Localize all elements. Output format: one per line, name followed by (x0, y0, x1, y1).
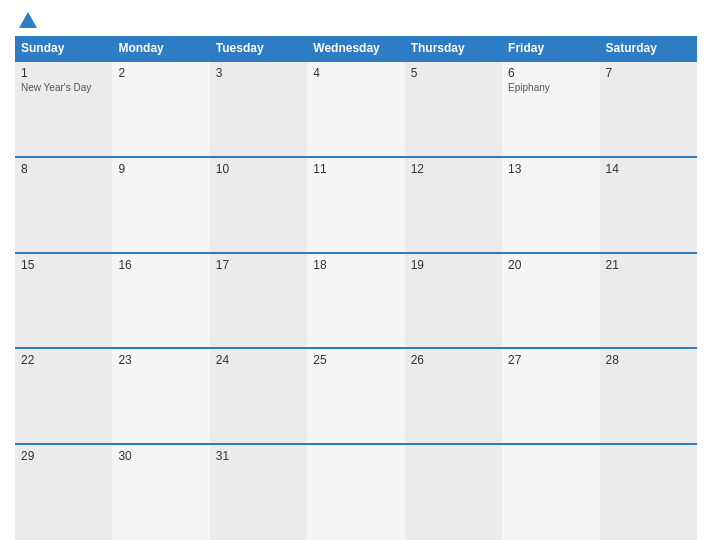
calendar-cell: 4 (307, 61, 404, 157)
day-number: 23 (118, 353, 203, 367)
week-row-3: 15161718192021 (15, 253, 697, 349)
day-number: 18 (313, 258, 398, 272)
weekday-header-sunday: Sunday (15, 36, 112, 61)
calendar-cell: 22 (15, 348, 112, 444)
calendar-cell: 14 (600, 157, 697, 253)
calendar-cell (405, 444, 502, 540)
calendar-cell (307, 444, 404, 540)
week-row-2: 891011121314 (15, 157, 697, 253)
day-number: 3 (216, 66, 301, 80)
day-number: 8 (21, 162, 106, 176)
calendar-cell: 6Epiphany (502, 61, 599, 157)
calendar-cell: 25 (307, 348, 404, 444)
calendar-cell: 24 (210, 348, 307, 444)
svg-marker-0 (19, 12, 37, 28)
day-number: 13 (508, 162, 593, 176)
day-number: 31 (216, 449, 301, 463)
calendar-cell: 29 (15, 444, 112, 540)
calendar-cell: 2 (112, 61, 209, 157)
calendar-cell: 20 (502, 253, 599, 349)
day-number: 17 (216, 258, 301, 272)
calendar-cell: 5 (405, 61, 502, 157)
calendar-cell: 8 (15, 157, 112, 253)
day-number: 12 (411, 162, 496, 176)
calendar-cell: 11 (307, 157, 404, 253)
weekday-header-saturday: Saturday (600, 36, 697, 61)
week-row-4: 22232425262728 (15, 348, 697, 444)
day-number: 5 (411, 66, 496, 80)
day-number: 1 (21, 66, 106, 80)
day-number: 6 (508, 66, 593, 80)
day-number: 9 (118, 162, 203, 176)
calendar-cell: 30 (112, 444, 209, 540)
calendar-cell: 28 (600, 348, 697, 444)
day-number: 28 (606, 353, 691, 367)
calendar-cell: 21 (600, 253, 697, 349)
holiday-label: Epiphany (508, 82, 593, 93)
day-number: 11 (313, 162, 398, 176)
day-number: 30 (118, 449, 203, 463)
calendar-cell: 27 (502, 348, 599, 444)
day-number: 19 (411, 258, 496, 272)
day-number: 20 (508, 258, 593, 272)
calendar-cell: 19 (405, 253, 502, 349)
calendar-cell: 18 (307, 253, 404, 349)
calendar-cell: 9 (112, 157, 209, 253)
calendar-cell: 26 (405, 348, 502, 444)
logo (15, 10, 39, 32)
calendar-header (15, 10, 697, 32)
calendar-cell: 17 (210, 253, 307, 349)
week-row-5: 293031 (15, 444, 697, 540)
calendar-cell: 23 (112, 348, 209, 444)
day-number: 15 (21, 258, 106, 272)
day-number: 2 (118, 66, 203, 80)
day-number: 25 (313, 353, 398, 367)
weekday-header-friday: Friday (502, 36, 599, 61)
calendar-cell: 31 (210, 444, 307, 540)
calendar-cell (600, 444, 697, 540)
weekday-header-wednesday: Wednesday (307, 36, 404, 61)
calendar-cell: 7 (600, 61, 697, 157)
calendar-cell: 13 (502, 157, 599, 253)
calendar-cell: 3 (210, 61, 307, 157)
day-number: 29 (21, 449, 106, 463)
day-number: 16 (118, 258, 203, 272)
day-number: 26 (411, 353, 496, 367)
logo-icon (17, 10, 39, 32)
calendar-cell: 10 (210, 157, 307, 253)
day-number: 7 (606, 66, 691, 80)
day-number: 24 (216, 353, 301, 367)
day-number: 14 (606, 162, 691, 176)
calendar-cell: 16 (112, 253, 209, 349)
day-number: 22 (21, 353, 106, 367)
day-number: 21 (606, 258, 691, 272)
calendar-page: SundayMondayTuesdayWednesdayThursdayFrid… (0, 0, 712, 550)
calendar-table: SundayMondayTuesdayWednesdayThursdayFrid… (15, 36, 697, 540)
calendar-cell (502, 444, 599, 540)
calendar-cell: 12 (405, 157, 502, 253)
day-number: 4 (313, 66, 398, 80)
weekday-header-thursday: Thursday (405, 36, 502, 61)
calendar-cell: 1New Year's Day (15, 61, 112, 157)
week-row-1: 1New Year's Day23456Epiphany7 (15, 61, 697, 157)
day-number: 10 (216, 162, 301, 176)
weekday-header-row: SundayMondayTuesdayWednesdayThursdayFrid… (15, 36, 697, 61)
weekday-header-monday: Monday (112, 36, 209, 61)
calendar-cell: 15 (15, 253, 112, 349)
weekday-header-tuesday: Tuesday (210, 36, 307, 61)
holiday-label: New Year's Day (21, 82, 106, 93)
day-number: 27 (508, 353, 593, 367)
